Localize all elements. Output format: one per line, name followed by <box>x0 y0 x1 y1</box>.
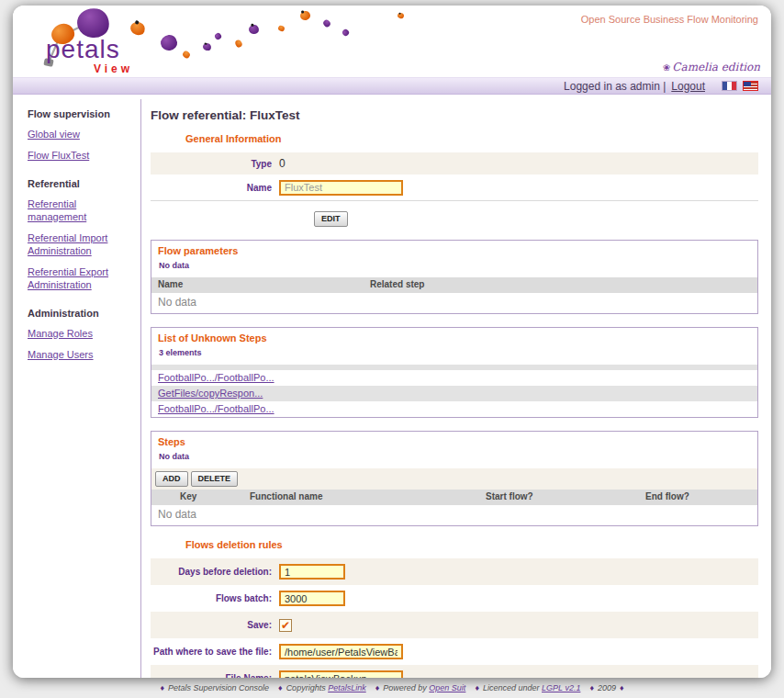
flow-parameters-section: Flow parameters No data Name Related ste… <box>151 240 758 314</box>
sidebar-item-referential-export[interactable]: Referential Export Administration <box>28 265 135 291</box>
lgpl-link[interactable]: LGPL v2.1 <box>542 683 580 692</box>
steps-status: No data <box>151 449 757 468</box>
list-item: FootballPo.../FootballPo... <box>151 401 757 417</box>
column-header-functional-name: Functional name <box>250 491 322 501</box>
logo-wordmark: petals <box>46 35 120 64</box>
login-bar: Logged in as admin | Logout <box>13 77 771 95</box>
page-title: Flow referential: FluxTest <box>151 108 758 122</box>
sidebar-item-manage-roles[interactable]: Manage Roles <box>28 327 135 340</box>
petal-confetti-icon <box>202 42 211 51</box>
steps-table-header: Key Functional name Start flow? End flow… <box>151 490 757 505</box>
footer-copyrights: Copyrights PetalsLink <box>286 683 366 692</box>
sidebar-section-administration: Administration <box>28 308 135 319</box>
steps-section: Steps No data ADD DELETE Key Functional … <box>151 431 758 526</box>
name-label: Name <box>151 183 279 193</box>
save-checkbox[interactable]: ✔ <box>279 619 292 632</box>
petal-confetti-icon <box>299 10 311 21</box>
petal-confetti-icon <box>322 18 332 28</box>
sidebar-item-manage-users[interactable]: Manage Users <box>28 348 135 361</box>
logged-in-status: Logged in as admin | <box>564 80 666 93</box>
column-header-start-flow: Start flow? <box>486 491 533 501</box>
flows-batch-label: Flows batch: <box>151 593 279 603</box>
edit-button[interactable]: EDIT <box>314 211 348 227</box>
unknown-step-link[interactable]: FootballPo.../FootballPo... <box>158 372 274 383</box>
petal-confetti-icon <box>342 28 351 38</box>
app-window: petals View Open Source Business Flow Mo… <box>13 6 771 678</box>
us-flag-icon[interactable] <box>743 81 758 91</box>
logo-edition-wordmark: View <box>94 62 133 75</box>
french-flag-icon[interactable] <box>722 81 737 91</box>
open-suit-link[interactable]: Open Suit <box>429 683 465 692</box>
sidebar-item-global-view[interactable]: Global view <box>28 128 135 141</box>
footer-licence: Licenced under LGPL v2.1 <box>483 683 580 692</box>
unknown-steps-section: List of Unknown Steps 3 elements Footbal… <box>151 327 758 418</box>
petal-confetti-icon <box>397 12 404 19</box>
form-row-days-before-deletion: Days before deletion: <box>151 558 758 585</box>
petal-confetti-icon <box>160 34 178 51</box>
flow-parameters-table-header: Name Related step <box>151 277 757 293</box>
unknown-steps-title: List of Unknown Steps <box>151 328 757 345</box>
petal-confetti-icon <box>234 39 243 48</box>
days-before-deletion-input[interactable] <box>279 564 345 580</box>
save-path-input[interactable] <box>279 644 403 659</box>
petal-confetti-icon <box>214 32 222 40</box>
form-row-file-name: File Name: <box>151 665 758 678</box>
logout-link[interactable]: Logout <box>671 80 705 93</box>
delete-step-button[interactable]: DELETE <box>191 471 239 487</box>
steps-title: Steps <box>151 432 757 449</box>
unknown-steps-count: 3 elements <box>151 345 757 365</box>
sidebar-item-referential-management[interactable]: Referential management <box>28 197 135 223</box>
edition-label: ❀Camelia edition <box>663 61 760 73</box>
list-item: FootballPo.../FootballPo... <box>151 370 757 386</box>
steps-toolbar: ADD DELETE <box>151 468 757 490</box>
flow-parameters-title: Flow parameters <box>151 241 757 258</box>
unknown-step-link[interactable]: FootballPo.../FootballPo... <box>158 403 274 414</box>
general-information-title: General Information <box>185 133 758 144</box>
deletion-rules-form: Days before deletion: Flows batch: Save:… <box>151 558 758 678</box>
petal-confetti-icon <box>277 25 286 33</box>
type-value: 0 <box>279 157 286 170</box>
type-label: Type <box>151 159 279 169</box>
sidebar: Flow supervision Global view Flow FluxTe… <box>13 95 140 678</box>
column-header-key: Key <box>180 491 196 501</box>
add-step-button[interactable]: ADD <box>155 471 188 487</box>
save-label: Save: <box>151 620 279 630</box>
column-header-name: Name <box>158 279 183 289</box>
type-row: Type 0 <box>151 152 758 174</box>
app-header: petals View Open Source Business Flow Mo… <box>13 6 771 77</box>
name-input[interactable] <box>279 180 403 196</box>
footer-year: 2009 <box>598 683 616 692</box>
column-header-related-step: Related step <box>370 279 424 289</box>
flow-parameters-empty-row: No data <box>151 293 757 313</box>
save-path-label: Path where to save the file: <box>151 647 279 657</box>
file-name-input[interactable] <box>279 670 403 678</box>
sidebar-section-referential: Referential <box>28 178 135 189</box>
form-row-save: Save: ✔ <box>151 612 758 638</box>
edit-button-row: EDIT <box>151 201 758 236</box>
name-row: Name <box>151 174 758 200</box>
flows-batch-input[interactable] <box>279 591 345 606</box>
list-item: GetFiles/copyRespon... <box>151 386 757 401</box>
main-panel: Flow referential: FluxTest General Infor… <box>141 95 771 678</box>
content-area: Flow supervision Global view Flow FluxTe… <box>13 95 771 678</box>
flow-parameters-status: No data <box>151 258 757 277</box>
deletion-rules-title: Flows deletion rules <box>185 539 758 550</box>
sidebar-section-flow-supervision: Flow supervision <box>28 108 135 119</box>
sidebar-item-flow-fluxtest[interactable]: Flow FluxTest <box>28 149 135 162</box>
days-before-deletion-label: Days before deletion: <box>151 567 279 577</box>
footer-console-label: Petals Supervision Console <box>168 683 269 692</box>
petal-confetti-icon <box>249 25 260 35</box>
unknown-step-link[interactable]: GetFiles/copyRespon... <box>158 388 263 399</box>
form-row-flows-batch: Flows batch: <box>151 585 758 612</box>
form-row-save-path: Path where to save the file: <box>151 638 758 665</box>
footer-powered-by: Powered by Open Suit <box>383 683 465 692</box>
page-footer: ♦ Petals Supervision Console ♦ Copyright… <box>0 678 784 698</box>
app-tagline: Open Source Business Flow Monitoring <box>581 14 758 25</box>
column-header-end-flow: End flow? <box>645 491 689 501</box>
sidebar-item-referential-import[interactable]: Referential Import Administration <box>28 231 135 257</box>
flower-icon: ❀ <box>663 62 670 73</box>
steps-empty-row: No data <box>151 505 757 525</box>
file-name-label: File Name: <box>151 673 279 678</box>
check-icon: ✔ <box>281 619 290 632</box>
petalslink-link[interactable]: PetalsLink <box>328 683 366 692</box>
